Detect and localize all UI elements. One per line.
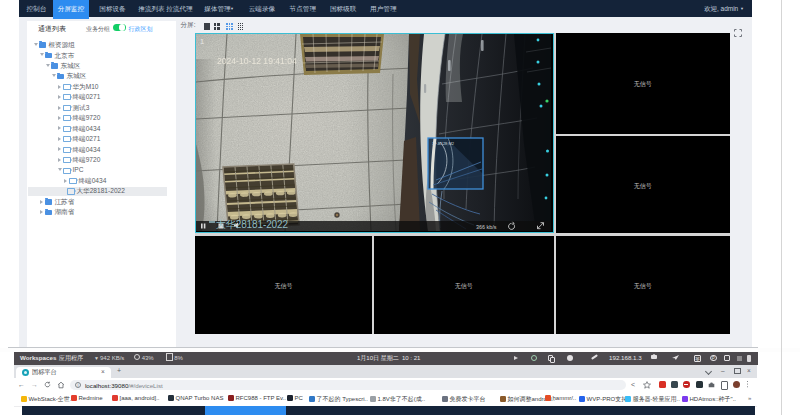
svg-text:大华28181-2022: 大华28181-2022 — [216, 219, 288, 230]
svg-text:2024-10-12 19:41:04: 2024-10-12 19:41:04 — [217, 56, 297, 66]
svg-text:1F-B128;M2: 1F-B128;M2 — [432, 141, 455, 146]
svg-text:366 kb/s: 366 kb/s — [476, 224, 497, 230]
svg-text:1: 1 — [200, 37, 204, 46]
